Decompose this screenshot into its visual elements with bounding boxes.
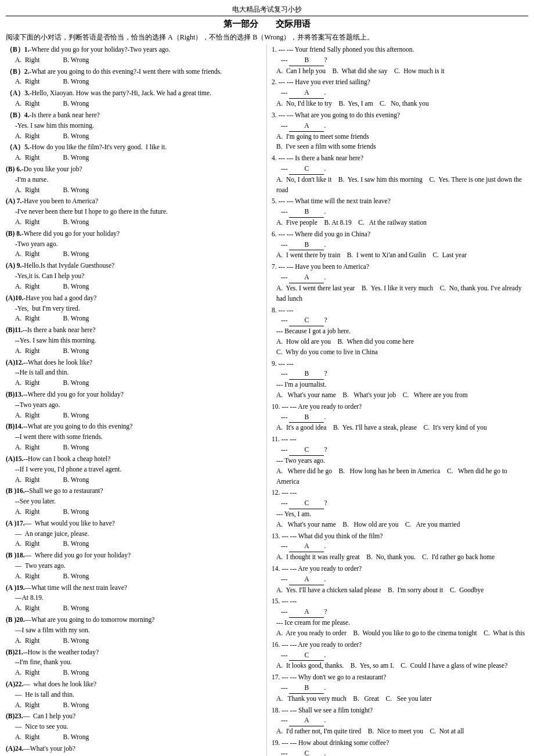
item-blank-line: --- B . xyxy=(281,412,528,423)
item-label: (B )16.--Shall we go to a restaurant? xyxy=(6,486,262,496)
item-options: A. RightB. Wrong xyxy=(15,185,262,196)
item-options: A. RightB. Wrong xyxy=(15,131,262,142)
option-b: B. Wrong xyxy=(63,217,89,228)
item-sub-line: A. What's your name B. What's your job C… xyxy=(276,390,528,401)
item-continuation: --If I were you, I'd phone a travel agen… xyxy=(15,465,262,475)
item-options: A. RightB. Wrong xyxy=(15,411,262,421)
option-a: A. Right xyxy=(15,185,40,196)
item-label: （B）1.-Where did you go for your holiday?… xyxy=(6,45,262,55)
item-options: A. RightB. Wrong xyxy=(15,217,262,228)
item-sub-line: A. No, I'd like to try B. Yes, I am C. N… xyxy=(276,99,528,109)
option-b: B. Wrong xyxy=(63,668,89,678)
item-blank-line: --- C ? xyxy=(281,498,528,509)
item-number-q: 10. --- --- Are you ready to order? xyxy=(272,402,528,412)
item-blank-line: --- A . xyxy=(281,121,528,132)
option-b: B. Wrong xyxy=(63,442,89,453)
item-options: A. RightB. Wrong xyxy=(15,442,262,453)
item-continuation: --I went there with some friends. xyxy=(15,432,262,442)
item-number-q: 18. --- --- Shall we see a film tonight? xyxy=(272,705,528,716)
option-a: A. Right xyxy=(15,668,40,678)
right-item: 6. --- --- Where did you go in China?---… xyxy=(272,229,528,261)
item-options: A. RightB. Wrong xyxy=(15,636,262,646)
item-options: A. RightB. Wrong xyxy=(15,700,262,711)
item-number-q: 15. --- --- xyxy=(272,596,528,607)
option-b: B. Wrong xyxy=(63,185,89,196)
item-label: (B )18.— Where did you go for your holid… xyxy=(6,550,262,561)
option-a: A. Right xyxy=(15,732,40,743)
item-options: A. RightB. Wrong xyxy=(15,668,262,678)
right-column: 1. --- --- Your friend Sally phoned you … xyxy=(267,45,528,756)
item-continuation: -Yes, but I'm very tired. xyxy=(15,304,262,314)
item-label: (A)24.—What's your job? xyxy=(6,744,262,754)
item-continuation: — An orange juice, please. xyxy=(15,529,262,539)
left-item: （B）2.-What are you going to do this even… xyxy=(6,67,262,88)
item-continuation: --I'm fine, thank you. xyxy=(15,657,262,668)
option-a: A. Right xyxy=(15,346,40,357)
option-a: A. Right xyxy=(15,700,40,711)
item-blank-line: --- B . xyxy=(281,207,528,218)
item-number-q: 13. --- --- What did you think of the fi… xyxy=(272,531,528,542)
item-sub-line: A. Yes. I went there last year B. Yes. I… xyxy=(276,283,528,304)
item-label: (A)10.-Have you had a good day? xyxy=(6,293,262,304)
item-sub-line: A. I went there by train B. I went to Xi… xyxy=(276,250,528,261)
item-continuation: -I've never been there but I hope to go … xyxy=(15,207,262,217)
option-b: B. Wrong xyxy=(63,475,89,485)
item-label: (A )17.— What would you like to have? xyxy=(6,519,262,529)
right-item: 8. --- ------ C ?--- Because I got a job… xyxy=(272,305,528,358)
item-options: A. RightB. Wrong xyxy=(15,346,262,357)
right-item: 3. --- --- What are you going to do this… xyxy=(272,110,528,152)
option-a: A. Right xyxy=(15,571,40,582)
item-blank-line: --- C . xyxy=(281,650,528,661)
item-sub-line: C. Why do you come to live in China xyxy=(276,347,528,358)
item-sub-line: A. I'd rather not, I'm quite tired B. Ni… xyxy=(276,726,528,737)
item-blank-line: --- A . xyxy=(281,541,528,552)
option-b: B. Wrong xyxy=(63,282,89,292)
item-number-q: 11. --- --- xyxy=(272,434,528,445)
item-sub-line: A. No, I don't like it B. Yes. I saw him… xyxy=(276,175,528,196)
option-a: A. Right xyxy=(15,153,40,163)
right-item: 16. --- --- Are you ready to order?--- C… xyxy=(272,640,528,671)
left-item: (A)24.—What's your job?—I'm a nurse.A. R… xyxy=(6,744,262,756)
instructions: 阅读下面的小对话，判断答语是否恰当，恰当的选择 A（Right），不恰当的选择 … xyxy=(6,32,528,42)
item-sub-line: --- Two years ago. xyxy=(276,456,528,466)
item-number-q: 1. --- --- Your friend Sally phoned you … xyxy=(272,45,528,55)
right-item: 19. --- --- How about drinking some coff… xyxy=(272,738,528,756)
option-a: A. Right xyxy=(15,217,40,228)
option-b: B. Wrong xyxy=(63,732,89,743)
left-item: (B) 6.-Do you like your job?-I'm a nurse… xyxy=(6,164,262,195)
item-sub-line: A. Thank you very much B. Great C. See y… xyxy=(276,694,528,704)
item-label: (B)14.--What are you going to do this ev… xyxy=(6,422,262,432)
item-number-q: 5. --- --- What time will the next train… xyxy=(272,196,528,207)
item-blank-line: --- C . xyxy=(281,164,528,175)
item-continuation: —I'm a nurse. xyxy=(15,754,262,756)
option-b: B. Wrong xyxy=(63,153,89,163)
right-item: 2. --- --- Have you ever tried sailing?-… xyxy=(272,77,528,109)
left-item: (A)22.— what does he look like?— He is t… xyxy=(6,679,262,710)
option-a: A. Right xyxy=(15,475,40,485)
right-item: 7. --- --- Have you been to America?--- … xyxy=(272,262,528,304)
left-item: （A）5.-How do you like the film?-It's ver… xyxy=(6,142,262,163)
option-a: A. Right xyxy=(15,249,40,260)
item-options: A. RightB. Wrong xyxy=(15,55,262,66)
left-item: （B）1.-Where did you go for your holiday?… xyxy=(6,45,262,66)
option-a: A. Right xyxy=(15,99,40,109)
section-header: 第一部分 交际用语 xyxy=(6,19,528,30)
item-sub-line: A. I thought it was really great B. No, … xyxy=(276,552,528,563)
option-b: B. Wrong xyxy=(63,99,89,109)
item-sub-line: A. What's your name B. How old are you C… xyxy=(276,520,528,530)
left-item: (B )18.— Where did you go for your holid… xyxy=(6,550,262,581)
item-options: A. RightB. Wrong xyxy=(15,314,262,324)
item-continuation: — Two years ago. xyxy=(15,561,262,571)
item-blank-line: --- B . xyxy=(281,683,528,694)
item-label: (A)15.--How can I book a cheap hotel? xyxy=(6,454,262,465)
right-item: 1. --- --- Your friend Sally phoned you … xyxy=(272,45,528,76)
right-item: 4. --- --- Is there a bank near here?---… xyxy=(272,153,528,195)
left-item: (B) 8.-Where did you go for your holiday… xyxy=(6,229,262,260)
item-continuation: --See you later. xyxy=(15,496,262,507)
item-label: （A）5.-How do you like the film?-It's ver… xyxy=(6,142,262,153)
item-blank-line: --- A . xyxy=(281,272,528,283)
option-a: A. Right xyxy=(15,378,40,388)
item-sub-line: --- I'm a journalist. xyxy=(276,380,528,390)
left-item: (B )16.--Shall we go to a restaurant?--S… xyxy=(6,486,262,517)
option-a: A. Right xyxy=(15,507,40,517)
